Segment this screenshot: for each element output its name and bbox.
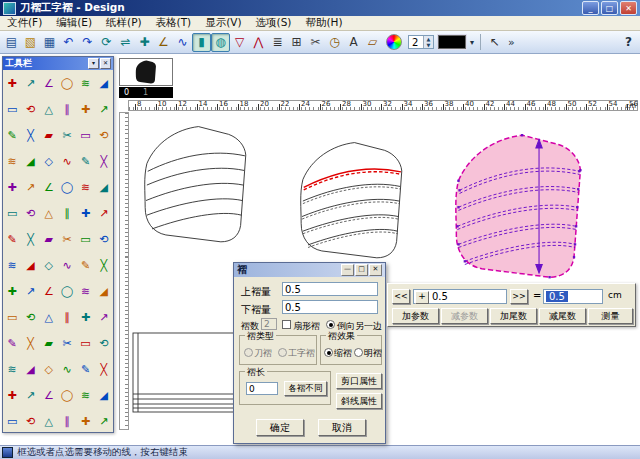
tool-icon-63[interactable]: ✂ bbox=[58, 330, 76, 356]
tool-icon-18[interactable]: ≋ bbox=[3, 148, 21, 174]
tool-icon-30[interactable]: ▭ bbox=[3, 200, 21, 226]
tool-icon-69[interactable]: ∿ bbox=[58, 356, 76, 382]
menu-options[interactable]: 选项(S) bbox=[249, 16, 299, 30]
tool-icon-73[interactable]: ↗ bbox=[21, 382, 39, 408]
pattern-piece-1[interactable] bbox=[145, 127, 246, 242]
tool-icon-36[interactable]: ✎ bbox=[3, 226, 21, 252]
move-tool-icon[interactable]: ✚ bbox=[135, 33, 154, 52]
tool-icon-77[interactable]: ◢ bbox=[95, 382, 113, 408]
tool-icon-58[interactable]: ✚ bbox=[76, 304, 94, 330]
tool-icon-28[interactable]: ≋ bbox=[76, 174, 94, 200]
tool-icon-54[interactable]: ▭ bbox=[3, 304, 21, 330]
save-icon[interactable]: ▦ bbox=[40, 33, 59, 52]
menu-help[interactable]: 帮助(H) bbox=[298, 16, 349, 30]
tool-icon-25[interactable]: ↗ bbox=[21, 174, 39, 200]
tool-icon-41[interactable]: ⟲ bbox=[95, 226, 113, 252]
dialog-restore-icon[interactable]: □ bbox=[355, 264, 368, 276]
shirr-effect-radio[interactable] bbox=[324, 348, 333, 357]
sub-tail-button[interactable]: 减尾数 bbox=[539, 308, 586, 324]
tool-icon-62[interactable]: ▰ bbox=[40, 330, 58, 356]
current-color-swatch[interactable] bbox=[438, 35, 466, 49]
menu-table[interactable]: 表格(T) bbox=[149, 16, 199, 30]
tool-icon-37[interactable]: ╳ bbox=[21, 226, 39, 252]
undo-icon[interactable]: ↶ bbox=[59, 33, 78, 52]
each-different-button[interactable]: 各褶不同 bbox=[284, 381, 327, 396]
tool-icon-66[interactable]: ≋ bbox=[3, 356, 21, 382]
add-tail-button[interactable]: 加尾数 bbox=[490, 308, 537, 324]
tool-icon-80[interactable]: △ bbox=[40, 408, 58, 434]
tool-icon-72[interactable]: ✚ bbox=[3, 382, 21, 408]
slash-attr-button[interactable]: 斜线属性 bbox=[336, 393, 382, 409]
tool-icon-21[interactable]: ∿ bbox=[58, 148, 76, 174]
toolbox-collapse-icon[interactable]: ▾ bbox=[88, 58, 99, 69]
eraser-tool-icon[interactable]: ▱ bbox=[363, 33, 382, 52]
tool-icon-55[interactable]: ⟲ bbox=[21, 304, 39, 330]
tool-icon-39[interactable]: ✂ bbox=[58, 226, 76, 252]
tool-icon-3[interactable]: ◯ bbox=[58, 70, 76, 96]
tool-icon-31[interactable]: ⟲ bbox=[21, 200, 39, 226]
tool-icon-78[interactable]: ▭ bbox=[3, 408, 21, 434]
maximize-icon[interactable]: □ bbox=[601, 1, 618, 15]
tool-icon-74[interactable]: ∠ bbox=[40, 382, 58, 408]
pleat-tool-icon[interactable]: ▮ bbox=[192, 33, 211, 52]
tool-icon-24[interactable]: ✚ bbox=[3, 174, 21, 200]
pleat-dialog-titlebar[interactable]: 褶 — □ ✕ bbox=[234, 263, 385, 277]
tool-icon-81[interactable]: ∥ bbox=[58, 408, 76, 434]
spinner-arrows[interactable]: ▲▼ bbox=[423, 36, 433, 48]
scissors-icon[interactable]: ✂ bbox=[306, 33, 325, 52]
ok-button[interactable]: 确定 bbox=[256, 419, 304, 436]
toolbox-close-icon[interactable]: ✕ bbox=[100, 58, 111, 69]
tool-icon-59[interactable]: ↗ bbox=[95, 304, 113, 330]
tool-icon-50[interactable]: ∠ bbox=[40, 278, 58, 304]
tool-icon-1[interactable]: ↗ bbox=[21, 70, 39, 96]
tool-icon-75[interactable]: ◯ bbox=[58, 382, 76, 408]
dialog-close-icon[interactable]: ✕ bbox=[369, 264, 382, 276]
tool-icon-8[interactable]: △ bbox=[40, 96, 58, 122]
tool-icon-48[interactable]: ✚ bbox=[3, 278, 21, 304]
tool-icon-67[interactable]: ◢ bbox=[21, 356, 39, 382]
notch-tool-icon[interactable]: ⋀ bbox=[249, 33, 268, 52]
rotate-tool-icon[interactable]: ⟳ bbox=[97, 33, 116, 52]
compass-icon[interactable]: ◷ bbox=[325, 33, 344, 52]
new-file-icon[interactable]: ▤ bbox=[2, 33, 21, 52]
pattern-thumbnail[interactable] bbox=[119, 58, 173, 86]
tool-icon-61[interactable]: ╳ bbox=[21, 330, 39, 356]
tool-icon-82[interactable]: ✚ bbox=[76, 408, 94, 434]
tool-icon-5[interactable]: ◢ bbox=[95, 70, 113, 96]
tool-icon-26[interactable]: ∠ bbox=[40, 174, 58, 200]
flip-side-radio[interactable] bbox=[326, 320, 335, 329]
tool-icon-71[interactable]: ╳ bbox=[95, 356, 113, 382]
angle-ruler-icon[interactable]: ∠ bbox=[154, 33, 173, 52]
result-field[interactable]: 0.5 bbox=[543, 289, 603, 304]
shirr-tool-icon[interactable]: ◍ bbox=[211, 33, 230, 52]
tool-icon-40[interactable]: ▭ bbox=[76, 226, 94, 252]
tool-icon-34[interactable]: ✚ bbox=[76, 200, 94, 226]
tool-icon-22[interactable]: ✎ bbox=[76, 148, 94, 174]
tool-icon-47[interactable]: ╳ bbox=[95, 252, 113, 278]
lower-pleat-input[interactable] bbox=[282, 300, 378, 314]
decrease-step-button[interactable]: << bbox=[392, 289, 410, 304]
redo-icon[interactable]: ↷ bbox=[78, 33, 97, 52]
tool-icon-76[interactable]: ≋ bbox=[76, 382, 94, 408]
tool-icon-70[interactable]: ✎ bbox=[76, 356, 94, 382]
dart-tool-icon[interactable]: ▽ bbox=[230, 33, 249, 52]
color-wheel-icon[interactable] bbox=[386, 34, 402, 50]
tool-icon-19[interactable]: ◢ bbox=[21, 148, 39, 174]
tool-icon-56[interactable]: △ bbox=[40, 304, 58, 330]
tool-icon-23[interactable]: ╳ bbox=[95, 148, 113, 174]
menu-edit[interactable]: 编辑(E) bbox=[49, 16, 99, 30]
tool-icon-7[interactable]: ⟲ bbox=[21, 96, 39, 122]
grid-tool-icon[interactable]: ⊞ bbox=[287, 33, 306, 52]
seam-tool-icon[interactable]: ≣ bbox=[268, 33, 287, 52]
tool-icon-83[interactable]: ↗ bbox=[95, 408, 113, 434]
tool-icon-43[interactable]: ◢ bbox=[21, 252, 39, 278]
notch-attr-button[interactable]: 剪口属性 bbox=[336, 373, 382, 389]
toolbox-titlebar[interactable]: 工具栏 ▾ ✕ bbox=[3, 57, 113, 70]
open-folder-icon[interactable]: ▧ bbox=[21, 33, 40, 52]
pattern-index-1[interactable]: 1 bbox=[143, 87, 148, 98]
tool-icon-60[interactable]: ✎ bbox=[3, 330, 21, 356]
swatch-dropdown-icon[interactable]: ▾ bbox=[470, 38, 474, 47]
step-field[interactable]: + 0.5 bbox=[413, 289, 507, 304]
tool-icon-10[interactable]: ✚ bbox=[76, 96, 94, 122]
menu-file[interactable]: 文件(F) bbox=[0, 16, 49, 30]
